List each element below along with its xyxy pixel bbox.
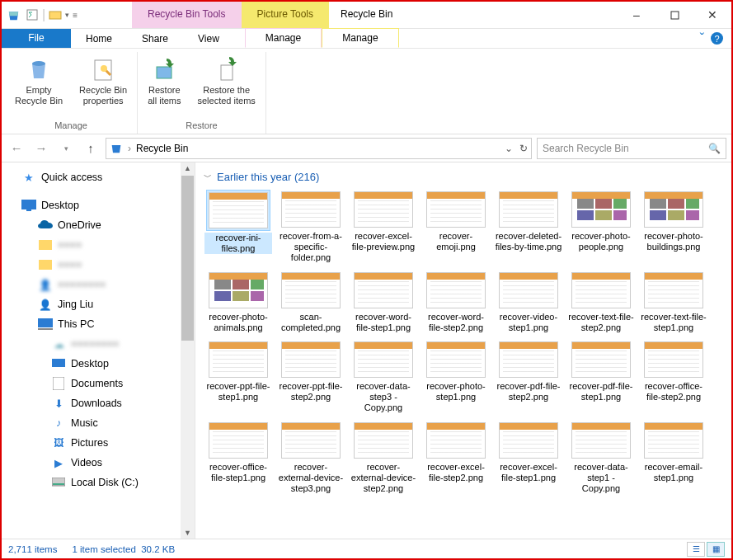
breadcrumb-separator-icon[interactable]: › xyxy=(128,143,131,154)
file-item[interactable]: recover-office-file-step1.png xyxy=(204,421,273,495)
file-item[interactable]: recover-emoji.png xyxy=(421,190,491,264)
tab-view[interactable]: View xyxy=(183,29,234,48)
nav-local-disk-c[interactable]: Local Disk (C:) xyxy=(2,473,195,492)
navigation-pane[interactable]: ★ Quick access Desktop OneDrive ==== ===… xyxy=(2,162,195,539)
nav-folder-b[interactable]: ==== xyxy=(2,255,195,275)
nav-pictures[interactable]: 🖼Pictures xyxy=(2,433,195,453)
close-button[interactable]: ✕ xyxy=(693,2,731,28)
tab-share[interactable]: Share xyxy=(127,29,183,48)
scrollbar-thumb[interactable] xyxy=(181,176,194,341)
nav-documents[interactable]: Documents xyxy=(2,374,195,393)
chevron-down-icon[interactable]: ﹀ xyxy=(204,172,212,183)
file-thumbnail xyxy=(571,422,631,459)
view-thumbnails-button[interactable]: ▦ xyxy=(707,542,725,557)
nav-user-a[interactable]: 👤======== xyxy=(2,275,195,294)
empty-recycle-bin-button[interactable]: Empty Recycle Bin xyxy=(12,54,66,107)
file-item[interactable]: recover-from-a-specific-folder.png xyxy=(276,190,345,264)
tab-file[interactable]: File xyxy=(2,29,71,48)
scroll-up-icon[interactable]: ▲ xyxy=(182,162,193,174)
file-thumbnail xyxy=(209,192,268,228)
navpane-scrollbar[interactable]: ▲ ▼ xyxy=(181,162,195,539)
file-item[interactable]: recover-excel-file-preview.png xyxy=(349,190,418,264)
maximize-button[interactable] xyxy=(655,2,693,28)
address-dropdown-icon[interactable]: ⌄ xyxy=(505,143,513,154)
up-button[interactable]: ↑ xyxy=(81,139,101,158)
nav-user-jing[interactable]: 👤Jing Liu xyxy=(2,294,195,314)
nav-folder-a[interactable]: ==== xyxy=(2,235,195,255)
file-item[interactable]: recover-ini-files.png xyxy=(204,190,273,264)
nav-videos[interactable]: ▶Videos xyxy=(2,453,195,473)
file-item[interactable]: recover-word-file-step1.png xyxy=(349,271,418,333)
file-name: recover-photo-people.png xyxy=(567,231,635,252)
minimize-button[interactable]: – xyxy=(618,2,655,28)
help-icon[interactable]: ? xyxy=(711,32,723,45)
group-header[interactable]: ﹀ Earlier this year (216) xyxy=(195,162,731,188)
context-tab-picture-tools[interactable]: Picture Tools xyxy=(242,1,329,28)
tab-manage-picture[interactable]: Manage xyxy=(322,28,398,48)
file-item[interactable]: recover-text-file-step2.png xyxy=(566,271,636,333)
file-item[interactable]: recover-data-step3 - Copy.png xyxy=(349,340,418,414)
file-item[interactable]: recover-text-file-step1.png xyxy=(639,271,708,333)
recycle-bin-icon xyxy=(110,142,123,155)
restore-all-items-button[interactable]: Restore all items xyxy=(144,54,184,107)
file-item[interactable]: scan-completed.png xyxy=(276,271,345,333)
svg-rect-15 xyxy=(53,377,64,390)
file-item[interactable]: recover-photo-step1.png xyxy=(421,340,491,414)
file-name: recover-pdf-file-step1.png xyxy=(567,381,635,402)
qat-overflow-icon[interactable]: ≡ xyxy=(73,11,78,20)
file-item[interactable]: recover-external-device-step2.png xyxy=(349,421,418,495)
tab-home[interactable]: Home xyxy=(71,29,127,48)
file-item[interactable]: recover-data-step1 - Copy.png xyxy=(566,421,636,495)
nav-music[interactable]: ♪Music xyxy=(2,413,195,433)
nav-downloads[interactable]: ⬇Downloads xyxy=(2,393,195,413)
file-item[interactable]: recover-photo-people.png xyxy=(566,190,636,264)
context-tab-recycle-bin-tools[interactable]: Recycle Bin Tools xyxy=(132,1,242,28)
breadcrumb-location[interactable]: Recycle Bin xyxy=(136,143,188,154)
forward-button[interactable]: → xyxy=(31,139,51,158)
file-item[interactable]: recover-photo-buildings.png xyxy=(639,190,708,264)
desktop-icon xyxy=(51,357,66,370)
file-name: recover-office-file-step1.png xyxy=(204,462,272,483)
file-item[interactable]: recover-photo-animals.png xyxy=(204,271,273,333)
file-item[interactable]: recover-ppt-file-step1.png xyxy=(204,340,273,414)
qat-dropdown-icon[interactable]: ▾ xyxy=(65,11,69,19)
file-item[interactable]: recover-email-step1.png xyxy=(639,421,708,495)
file-item[interactable]: recover-office-file-step2.png xyxy=(639,340,708,414)
file-thumbnail xyxy=(354,341,413,378)
file-thumbnail xyxy=(281,272,341,308)
refresh-button[interactable]: ↻ xyxy=(519,143,528,154)
address-bar[interactable]: › Recycle Bin ⌄ ↻ xyxy=(106,138,532,159)
recycle-bin-icon xyxy=(7,8,21,22)
file-item[interactable]: recover-external-device-step3.png xyxy=(276,421,345,495)
svg-rect-11 xyxy=(39,260,52,270)
scroll-down-icon[interactable]: ▼ xyxy=(182,527,193,539)
ribbon-collapse-icon[interactable]: ˇ xyxy=(700,31,704,46)
nav-folder-d[interactable]: ☁======== xyxy=(2,334,195,354)
nav-this-pc[interactable]: This PC xyxy=(2,314,195,334)
recent-locations-button[interactable]: ▾ xyxy=(56,139,76,158)
qat-properties-icon[interactable] xyxy=(26,8,39,21)
file-item[interactable]: recover-pdf-file-step1.png xyxy=(566,340,636,414)
file-item[interactable]: recover-excel-file-step1.png xyxy=(494,421,563,495)
nav-desktop[interactable]: Desktop xyxy=(2,195,195,215)
nav-desktop-2[interactable]: Desktop xyxy=(2,354,195,374)
restore-selected-items-button[interactable]: Restore the selected items xyxy=(195,54,259,107)
file-item[interactable]: recover-deleted-files-by-time.png xyxy=(494,190,563,264)
svg-rect-14 xyxy=(52,359,65,367)
file-item[interactable]: recover-word-file-step2.png xyxy=(421,271,491,333)
qat-new-folder-icon[interactable] xyxy=(49,8,62,21)
status-selection: 1 item selected xyxy=(72,544,135,554)
recycle-bin-properties-button[interactable]: Recycle Bin properties xyxy=(76,54,130,107)
view-details-button[interactable]: ☰ xyxy=(687,542,705,557)
nav-quick-access[interactable]: ★ Quick access xyxy=(2,167,195,187)
search-input[interactable]: Search Recycle Bin 🔍 xyxy=(537,138,726,159)
tab-manage-recycle[interactable]: Manage xyxy=(245,28,322,48)
back-button[interactable]: ← xyxy=(7,139,26,158)
content-pane[interactable]: ﹀ Earlier this year (216) recover-ini-fi… xyxy=(195,162,731,539)
file-item[interactable]: recover-excel-file-step2.png xyxy=(421,421,491,495)
nav-onedrive[interactable]: OneDrive xyxy=(2,215,195,235)
file-item[interactable]: recover-ppt-file-step2.png xyxy=(276,340,345,414)
file-item[interactable]: recover-video-step1.png xyxy=(494,271,563,333)
file-item[interactable]: recover-pdf-file-step2.png xyxy=(494,340,563,414)
status-item-count: 2,711 items xyxy=(8,544,57,554)
